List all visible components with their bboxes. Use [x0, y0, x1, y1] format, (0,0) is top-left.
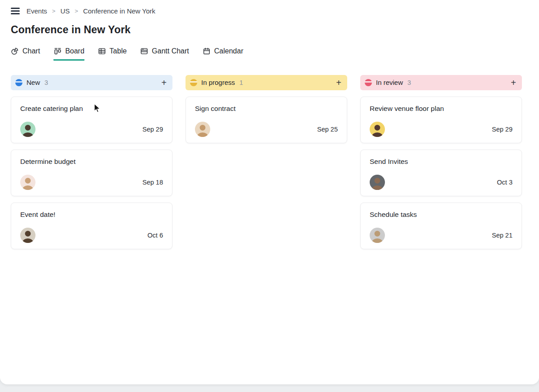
hamburger-menu-icon[interactable]	[11, 7, 20, 15]
task-card[interactable]: Schedule tasks Sep 21	[360, 203, 522, 249]
due-date: Sep 29	[142, 126, 163, 133]
app-window: Events > US > Conference in New York Con…	[0, 0, 539, 384]
due-date: Sep 21	[492, 232, 512, 239]
task-card[interactable]: Create catering plan Sep 29	[11, 97, 172, 143]
status-circle-icon	[365, 79, 372, 86]
tab-board[interactable]: Board	[53, 47, 84, 61]
column-count: 3	[44, 79, 48, 86]
status-circle-icon	[15, 79, 22, 86]
avatar[interactable]	[20, 122, 35, 137]
due-date: Sep 29	[492, 126, 512, 133]
breadcrumb-events[interactable]: Events	[27, 7, 47, 15]
task-title: Determine budget	[20, 158, 163, 166]
avatar[interactable]	[195, 122, 210, 137]
due-date: Sep 25	[317, 126, 338, 133]
task-card[interactable]: Send Invites Oct 3	[360, 150, 522, 196]
due-date: Oct 3	[497, 179, 512, 186]
due-date: Oct 6	[147, 232, 163, 239]
add-card-button[interactable]: +	[510, 78, 517, 87]
task-card[interactable]: Sign contract Sep 25	[186, 97, 347, 143]
tab-label: Board	[65, 47, 84, 55]
tab-table[interactable]: Table	[98, 47, 127, 61]
task-title: Review venue floor plan	[370, 105, 512, 113]
column-name: In review	[376, 79, 403, 86]
tab-gantt-chart[interactable]: Gantt Chart	[140, 47, 189, 61]
column-header: In progress 1 +	[186, 75, 347, 90]
task-title: Send Invites	[370, 158, 512, 166]
avatar[interactable]	[20, 175, 35, 190]
tab-chart[interactable]: Chart	[11, 47, 40, 61]
table-icon	[98, 47, 106, 55]
chevron-right-icon: >	[52, 8, 56, 14]
tab-label: Table	[110, 47, 127, 55]
column-name: New	[27, 79, 40, 86]
column-in-progress: In progress 1 + Sign contract Sep 25	[186, 75, 347, 249]
column-in-review: In review 3 + Review venue floor plan Se…	[360, 75, 522, 249]
page-title: Conference in New York	[11, 24, 539, 36]
task-card[interactable]: Determine budget Sep 18	[11, 150, 172, 196]
status-circle-icon	[190, 79, 197, 86]
column-count: 1	[239, 79, 243, 86]
view-tabs: Chart Board Table	[11, 47, 539, 61]
task-title: Schedule tasks	[370, 211, 512, 219]
breadcrumb: Events > US > Conference in New York	[0, 0, 539, 15]
column-header: In review 3 +	[360, 75, 522, 90]
avatar[interactable]	[20, 228, 35, 243]
tab-label: Chart	[22, 47, 40, 55]
avatar[interactable]	[370, 175, 385, 190]
avatar[interactable]	[370, 228, 385, 243]
column-header: New 3 +	[11, 75, 172, 90]
column-count: 3	[407, 79, 411, 86]
tab-calendar[interactable]: Calendar	[203, 47, 243, 61]
add-card-button[interactable]: +	[160, 78, 168, 87]
add-card-button[interactable]: +	[335, 78, 342, 87]
pie-chart-icon	[11, 47, 19, 55]
calendar-icon	[203, 47, 211, 55]
breadcrumb-current[interactable]: Conference in New York	[83, 7, 155, 15]
task-title: Sign contract	[195, 105, 338, 113]
tab-label: Calendar	[214, 47, 243, 55]
gantt-chart-icon	[140, 47, 148, 55]
task-title: Create catering plan	[20, 105, 163, 113]
column-new: New 3 + Create catering plan Sep 29 Dete…	[11, 75, 172, 249]
tab-label: Gantt Chart	[152, 47, 189, 55]
kanban-board-icon	[53, 47, 62, 55]
chevron-right-icon: >	[75, 8, 78, 14]
kanban-board: New 3 + Create catering plan Sep 29 Dete…	[0, 61, 539, 249]
task-card[interactable]: Event date! Oct 6	[11, 203, 172, 249]
column-name: In progress	[201, 79, 235, 86]
due-date: Sep 18	[142, 179, 163, 186]
task-card[interactable]: Review venue floor plan Sep 29	[360, 97, 522, 143]
avatar[interactable]	[370, 122, 385, 137]
task-title: Event date!	[20, 211, 163, 219]
breadcrumb-us[interactable]: US	[60, 7, 70, 15]
